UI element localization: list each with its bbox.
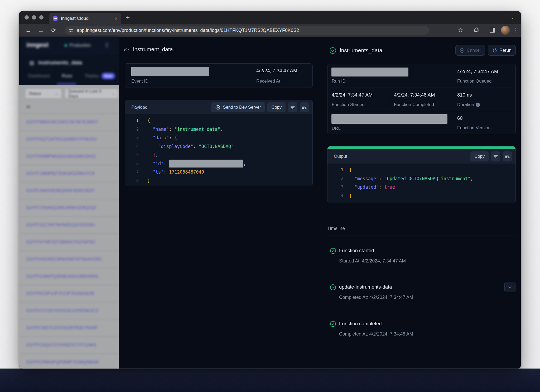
address-bar[interactable]: app.inngest.com/env/production/functions… <box>65 26 429 35</box>
run-id-item[interactable]: 01HTFHXGR0CWNHSWY8TSNAVGRC <box>19 251 119 268</box>
run-id-item[interactable]: 01HTFCW27CZ2X3AZM79QEYNH8F <box>19 319 119 336</box>
run-id-item[interactable]: 01HTFJ1C7HF78VN051Q3YD2S3H <box>19 216 119 233</box>
window-minimize-button[interactable] <box>32 15 36 20</box>
run-id-item[interactable]: 01HTFCR9K4PQP0R8P7K3MQNMX8 <box>19 353 119 369</box>
run-id-item[interactable]: 01HTFCYY2GYGVGDKJVP82NKXCZ <box>19 302 119 319</box>
run-detail-panel: instruments_data Cancel <box>321 37 521 369</box>
lines-down-arrow-icon <box>505 154 510 159</box>
payload-copy-button[interactable]: Copy <box>267 102 286 112</box>
run-id-item[interactable]: 01HTFJ3B9PBZ7EWGK5Z086JYC8 <box>19 165 119 182</box>
inngest-favicon-icon <box>52 16 58 22</box>
extensions-puzzle-icon[interactable] <box>473 27 479 33</box>
rerun-button[interactable]: Rerun <box>488 45 516 56</box>
timeline-expand-button[interactable] <box>504 282 515 292</box>
event-id-label: Event ID <box>131 79 148 84</box>
run-id-item[interactable]: 01HTFN86XV8CXWS7657W7E3WDY <box>19 113 119 131</box>
function-completed-label: Function Completed <box>394 102 434 107</box>
expand-lines-button[interactable] <box>503 151 512 161</box>
back-button[interactable]: ← <box>23 27 33 34</box>
info-icon[interactable]: i <box>476 103 480 107</box>
runs-list-panel: Status ⌄ Queued in Last 3 Days ⌄ ID 01HT… <box>19 85 119 369</box>
lines-down-arrow-icon <box>302 105 307 110</box>
filter-divider <box>19 102 119 102</box>
time-filter[interactable]: Queued in Last 3 Days ⌄ <box>65 89 118 98</box>
payload-card: Payload Send to Dev Server <box>125 100 313 186</box>
run-header: instruments_data Cancel <box>329 45 516 56</box>
run-id-item[interactable]: 01HTFC5QG7ZYVXNZVC7VT124K6 <box>19 336 119 353</box>
tab-replay[interactable]: Replay <box>85 73 99 79</box>
output-header: Output Copy <box>327 149 515 164</box>
line-number: 1 <box>125 118 139 123</box>
window-close-button[interactable] <box>25 15 29 20</box>
success-check-icon <box>329 47 336 54</box>
run-id-item[interactable]: 01HTFHYWF32TSB9HGT01F58TBJ <box>19 233 119 251</box>
run-details-card: Run ID 4/2/24, 7:34:47 AM Function Queue… <box>327 64 516 134</box>
run-id-item[interactable]: 01HTFKQT1M7RSJQABEXYF0K0S2 <box>19 131 119 148</box>
new-badge: New <box>102 73 115 79</box>
word-wrap-toggle-button[interactable] <box>491 151 500 161</box>
environment-dot-icon <box>65 44 67 47</box>
inngest-app: inngest Production instruments_data <box>19 37 521 369</box>
timeline-divider <box>327 236 516 236</box>
sidebar-nav: inngest Production instruments_data <box>19 37 119 85</box>
event-id-card: Event ID 4/2/24, 7:34:47 AM Received At <box>125 63 313 88</box>
timeline-item-detail: Completed At: 4/2/2024, 7:34:47 AM <box>339 295 413 300</box>
forward-button[interactable]: → <box>36 27 46 34</box>
code-line: 2 "name": "instrument_data", <box>125 125 312 134</box>
word-wrap-toggle-button[interactable] <box>288 102 297 112</box>
tab-search-icon[interactable]: ⌄ <box>509 14 516 21</box>
output-copy-button[interactable]: Copy <box>470 151 489 161</box>
header-divider <box>60 40 60 51</box>
run-id-item[interactable]: 01HTFG38KPQSR9E4A91GBRARRN <box>19 268 119 285</box>
status-filter[interactable]: Status ⌄ <box>26 89 61 98</box>
browser-menu-icon[interactable]: ⋮ <box>513 27 518 33</box>
app-header: inngest Production <box>19 37 119 54</box>
timeline-item-label[interactable]: Function completed <box>339 321 382 327</box>
run-id-item[interactable]: 01HTFKMBPMD0ZAJ4AG04K03A02 <box>19 148 119 165</box>
run-id-text: 01HTFCR9K4PQP0R8P7K3MQNMX8 <box>26 360 98 365</box>
reload-button[interactable]: ⟳ <box>49 27 58 34</box>
line-number: 6 <box>125 161 139 166</box>
expand-lines-button[interactable] <box>300 102 309 112</box>
event-id-redacted-value <box>131 67 209 76</box>
chevron-down-icon: ⌄ <box>55 91 58 96</box>
code-line: 4 "displayCode": "OCTO:NASDAQ" <box>125 142 312 151</box>
tab-close-icon[interactable]: × <box>114 16 118 21</box>
step-success-check-icon <box>330 248 336 254</box>
run-id-item[interactable]: 01HTFJ7DA6Q238SJWNH1E8Q2Q0 <box>19 199 119 216</box>
run-id-item[interactable]: 01HTFEG3FVJP7FZJP7EA5KN3JR <box>19 285 119 302</box>
function-name: instruments_data <box>38 60 82 66</box>
run-id-list: 01HTFN86XV8CXWS7657W7E3WDY01HTFKQT1M7RSJ… <box>19 113 119 369</box>
browser-tab[interactable]: Inngest Cloud × <box>49 13 121 24</box>
line-number: 4 <box>327 193 343 198</box>
environment-select-chevrons-icon[interactable] <box>105 42 109 48</box>
environment-selector[interactable]: Production <box>69 43 91 48</box>
event-title: instrument_data <box>133 46 173 52</box>
id-column-header: ID <box>26 104 31 109</box>
bookmark-star-icon[interactable]: ☆ <box>458 27 463 33</box>
profile-avatar[interactable] <box>501 26 510 35</box>
browser-tab-strip: Inngest Cloud × + ⌄ <box>19 11 521 24</box>
run-id-item[interactable]: 01HTFJ94HVE0BQ49AF4DM13E9T <box>19 182 119 199</box>
timeline-item-label[interactable]: Function started <box>339 248 374 254</box>
new-tab-button[interactable]: + <box>126 13 130 22</box>
function-header: instruments_data <box>19 59 119 68</box>
send-to-dev-server-button[interactable]: Send to Dev Server <box>211 102 265 112</box>
tab-dashboard[interactable]: Dashboard <box>28 73 50 79</box>
output-card: Output Copy <box>327 146 516 203</box>
run-id-text: 01HTFJ7DA6Q238SJWNH1E8Q2Q0 <box>26 205 96 210</box>
site-settings-icon[interactable] <box>69 28 74 33</box>
tab-runs[interactable]: Runs <box>62 73 72 79</box>
runs-sidebar: inngest Production instruments_data <box>19 37 119 369</box>
timeline-item-label[interactable]: update-instruments-data <box>339 284 392 290</box>
inngest-logo[interactable]: inngest <box>26 41 49 49</box>
code-line: 8} <box>125 176 312 185</box>
output-title: Output <box>334 154 347 159</box>
refresh-icon <box>492 48 497 53</box>
cancel-button[interactable]: Cancel <box>455 45 485 56</box>
side-panel-icon[interactable] <box>490 28 495 33</box>
run-id-label: Run ID <box>332 79 346 84</box>
window-zoom-button[interactable] <box>39 15 44 20</box>
run-id-text: 01HTFHXGR0CWNHSWY8TSNAVGRC <box>26 257 102 262</box>
line-number: 8 <box>125 178 139 183</box>
